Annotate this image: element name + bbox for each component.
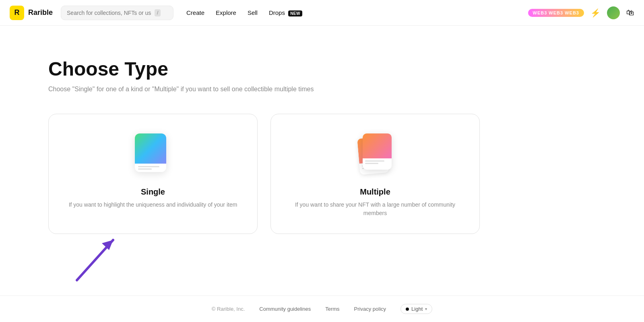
logo-area[interactable]: R Rarible xyxy=(10,6,53,20)
search-input[interactable] xyxy=(67,10,151,16)
theme-label: Light xyxy=(411,306,423,312)
footer-copyright: © Rarible, Inc. xyxy=(212,306,245,312)
chevron-down-icon: ▾ xyxy=(425,307,427,311)
type-cards-row: Single If you want to highlight the uniq… xyxy=(48,114,596,234)
multiple-card-desc: If you want to share your NFT with a lar… xyxy=(287,201,463,217)
multiple-type-card[interactable]: Multiple If you want to share your NFT w… xyxy=(270,114,480,234)
search-bar[interactable]: / xyxy=(61,6,173,20)
theme-toggle-button[interactable]: Light ▾ xyxy=(400,304,432,314)
single-type-card[interactable]: Single If you want to highlight the uniq… xyxy=(48,114,258,234)
page-wrapper: R Rarible / Create Explore Sell Drops NE… xyxy=(0,0,644,322)
single-card-title: Single xyxy=(141,187,165,197)
footer-terms-link[interactable]: Terms xyxy=(325,306,339,312)
single-nft-card-img xyxy=(135,133,166,172)
main-nav: Create Explore Sell Drops NEW xyxy=(186,9,302,16)
logo-icon: R xyxy=(10,6,24,20)
line xyxy=(138,168,152,170)
footer-community-link[interactable]: Community guidelines xyxy=(259,306,311,312)
multiple-nft-illustration xyxy=(357,133,393,178)
drops-new-badge: NEW xyxy=(288,10,302,16)
nav-drops[interactable]: Drops NEW xyxy=(269,9,302,16)
content-area: Choose Type Choose "Single" for one of a… xyxy=(0,26,644,295)
footer-privacy-link[interactable]: Privacy policy xyxy=(354,306,386,312)
logo-name: Rarible xyxy=(28,8,53,17)
nav-create[interactable]: Create xyxy=(186,9,204,16)
nav-sell[interactable]: Sell xyxy=(248,9,258,16)
line xyxy=(365,160,384,162)
main: Choose Type Choose "Single" for one of a… xyxy=(0,26,644,291)
web3-badge[interactable]: WEB3 WEB3 WEB3 xyxy=(528,9,584,17)
page-subtitle: Choose "Single" for one of a kind or "Mu… xyxy=(48,86,314,93)
avatar[interactable] xyxy=(607,6,620,19)
search-shortcut-badge: / xyxy=(155,9,161,16)
multiple-lines-front xyxy=(363,158,392,166)
single-color-block xyxy=(135,133,166,164)
multiple-nft-front-card xyxy=(363,133,392,170)
multiple-card-title: Multiple xyxy=(360,187,390,197)
bolt-icon[interactable]: ⚡ xyxy=(590,8,601,18)
nav-explore[interactable]: Explore xyxy=(216,9,236,16)
svg-marker-1 xyxy=(102,240,113,250)
line xyxy=(365,163,378,164)
line xyxy=(138,166,159,167)
single-nft-illustration xyxy=(135,133,171,178)
single-card-lines xyxy=(135,164,166,172)
multiple-color-block-front xyxy=(363,133,392,158)
footer: © Rarible, Inc. Community guidelines Ter… xyxy=(0,295,644,322)
header-right: WEB3 WEB3 WEB3 ⚡ 🛍 xyxy=(528,6,634,19)
arrow-annotation xyxy=(73,228,137,286)
single-card-desc: If you want to highlight the uniqueness … xyxy=(69,201,237,209)
page-title: Choose Type xyxy=(48,58,168,80)
header: R Rarible / Create Explore Sell Drops NE… xyxy=(0,0,644,26)
svg-line-0 xyxy=(77,240,113,280)
cart-icon[interactable]: 🛍 xyxy=(626,8,634,17)
theme-dot-icon xyxy=(406,308,409,311)
